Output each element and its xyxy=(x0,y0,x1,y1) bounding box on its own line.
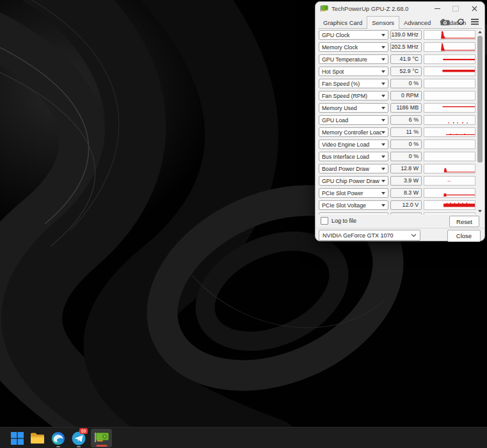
menu-icon[interactable] xyxy=(471,19,479,25)
sensor-name-dropdown[interactable]: GPU Temperature xyxy=(319,54,388,64)
close-window-button[interactable] xyxy=(469,4,479,13)
dropdown-caret-icon xyxy=(381,83,385,85)
sensor-name-dropdown[interactable]: Fan Speed (%) xyxy=(319,79,388,88)
sensor-name-dropdown[interactable]: Memory Used xyxy=(319,103,388,113)
taskbar: 69 xyxy=(0,427,487,448)
gpu-z-app-icon xyxy=(320,5,328,12)
sensor-name: Video Engine Load xyxy=(322,141,381,148)
active-app-indicator xyxy=(96,445,107,447)
tab-advanced[interactable]: Advanced xyxy=(399,17,435,29)
sensor-history-graph xyxy=(424,188,475,198)
gpu-select-dropdown[interactable]: NVIDIA GeForce GTX 1070 xyxy=(319,230,420,241)
dropdown-caret-icon xyxy=(381,168,385,170)
sensor-name-dropdown[interactable]: GPU Load xyxy=(319,115,388,125)
dropdown-caret-icon xyxy=(381,131,385,134)
dropdown-caret-icon xyxy=(381,34,385,36)
sensor-history-graph xyxy=(424,91,475,100)
sensor-value: 12.0 V xyxy=(390,200,422,210)
sensor-row: Fan Speed (%)0 % xyxy=(319,77,477,90)
chevron-down-icon xyxy=(411,234,417,237)
sensor-value: 52.9 °C xyxy=(390,67,422,76)
sensor-history-graph xyxy=(424,140,475,149)
tab-bar: Graphics CardSensorsAdvancedValidation xyxy=(315,15,484,29)
sensor-history-graph xyxy=(424,42,475,52)
gpu-z-icon xyxy=(94,432,109,444)
sensor-row: Board Power Draw12.8 W xyxy=(319,163,477,175)
sensor-history-graph xyxy=(424,127,475,137)
tab-sensors[interactable]: Sensors xyxy=(367,16,399,29)
tab-graphics-card[interactable]: Graphics Card xyxy=(319,17,367,29)
sensor-name-dropdown[interactable]: PCIe Slot Power xyxy=(319,188,388,198)
sensor-row: Hot Spot52.9 °C xyxy=(319,65,477,77)
sensor-value: 1186 MB xyxy=(390,103,422,113)
sensor-value: 139.0 MHz xyxy=(390,30,422,40)
running-indicator xyxy=(56,446,60,448)
taskbar-telegram-button[interactable]: 69 xyxy=(70,429,86,447)
notification-badge: 69 xyxy=(79,428,88,434)
sensor-row: Video Engine Load0 % xyxy=(319,138,477,150)
taskbar-start-button[interactable] xyxy=(9,429,25,447)
sensor-row: GPU Load6 % xyxy=(319,114,477,126)
screenshot-camera-icon[interactable] xyxy=(440,19,451,26)
refresh-icon[interactable] xyxy=(457,18,465,26)
scroll-up-icon[interactable] xyxy=(476,29,483,35)
log-to-file-control[interactable]: Log to file xyxy=(321,217,356,225)
sensor-name-dropdown[interactable]: Hot Spot xyxy=(319,67,388,76)
minimize-button[interactable] xyxy=(432,4,442,13)
sensor-name: Memory Clock xyxy=(322,44,381,51)
sensor-name: Memory Used xyxy=(322,105,381,111)
sensor-name-dropdown[interactable]: Fan Speed (RPM) xyxy=(319,91,388,100)
sensor-value: 0 % xyxy=(390,79,422,88)
sensor-name-dropdown[interactable]: Board Power Draw xyxy=(319,164,388,173)
sensor-name-dropdown[interactable]: Bus Interface Load xyxy=(319,152,388,161)
sensor-row: PCIe Slot Power8.3 W xyxy=(319,187,477,199)
edge-icon xyxy=(51,431,65,445)
sensor-scrollbar[interactable] xyxy=(476,29,483,214)
dropdown-caret-icon xyxy=(381,156,385,158)
sensor-value: 0 % xyxy=(390,140,422,149)
sensor-history-graph xyxy=(424,152,475,161)
sensor-value: 8.3 W xyxy=(390,188,422,198)
gpu-name: NVIDIA GeForce GTX 1070 xyxy=(323,232,411,239)
log-to-file-label: Log to file xyxy=(331,218,356,224)
sensor-history-graph xyxy=(424,30,475,40)
taskbar-edge-button[interactable] xyxy=(50,429,66,447)
sensor-list: GPU Clock139.0 MHzMemory Clock202.5 MHzG… xyxy=(319,29,477,214)
log-to-file-checkbox[interactable] xyxy=(321,217,328,225)
sensor-history-graph xyxy=(424,176,475,186)
close-button[interactable]: Close xyxy=(447,230,481,242)
sensor-row: GPU Clock139.0 MHz xyxy=(319,29,477,41)
sensor-history-graph xyxy=(424,67,475,76)
sensor-history-graph xyxy=(424,103,475,113)
sensor-name: Board Power Draw xyxy=(322,166,381,172)
sensor-history-graph xyxy=(424,200,475,210)
sensor-name-dropdown[interactable]: Video Engine Load xyxy=(319,140,388,149)
dropdown-caret-icon xyxy=(381,46,385,49)
sensor-name-dropdown[interactable]: PCIe Slot Voltage xyxy=(319,200,388,210)
dropdown-caret-icon xyxy=(381,119,385,122)
dropdown-caret-icon xyxy=(381,204,385,207)
sensor-history-graph xyxy=(424,164,475,173)
dropdown-caret-icon xyxy=(381,70,385,73)
sensor-row: Memory Controller Load11 % xyxy=(319,126,477,138)
sensor-name: GPU Load xyxy=(322,117,381,124)
sensor-name-dropdown[interactable]: Memory Clock xyxy=(319,42,388,52)
gpu-z-window: TechPowerUp GPU-Z 2.68.0 Graphics CardSe… xyxy=(315,1,485,241)
sensor-name: Fan Speed (%) xyxy=(322,81,381,87)
sensor-value: 0 % xyxy=(390,152,422,161)
sensor-value: 12.8 W xyxy=(390,164,422,173)
taskbar-gpu-z-button[interactable] xyxy=(91,429,112,447)
reset-button[interactable]: Reset xyxy=(449,216,479,227)
sensor-value: 6 % xyxy=(390,115,422,125)
sensor-name: Bus Interface Load xyxy=(322,154,381,160)
scroll-down-icon[interactable] xyxy=(476,208,483,214)
sensor-row: Memory Clock202.5 MHz xyxy=(319,41,477,53)
sensor-name-dropdown[interactable]: GPU Clock xyxy=(319,30,388,40)
sensor-row: Bus Interface Load0 % xyxy=(319,150,477,163)
sensor-row: GPU Chip Power Draw3.9 W xyxy=(319,175,477,187)
scrollbar-thumb[interactable] xyxy=(477,36,483,163)
sensor-name-dropdown[interactable]: GPU Chip Power Draw xyxy=(319,176,388,186)
taskbar-file-explorer-button[interactable] xyxy=(29,429,45,447)
titlebar[interactable]: TechPowerUp GPU-Z 2.68.0 xyxy=(315,2,484,15)
sensor-name-dropdown[interactable]: Memory Controller Load xyxy=(319,127,388,137)
